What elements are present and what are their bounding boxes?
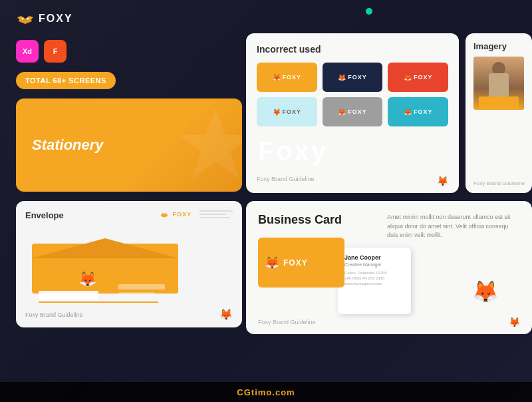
biz-address: Colins, Delaware 19259	[344, 271, 404, 275]
env-small-card	[39, 291, 98, 300]
logo-cell-red: 🦊 FOXY	[388, 63, 448, 92]
cell-fox-icon-3: 🦊	[404, 74, 412, 81]
env-label-2	[118, 292, 155, 296]
svg-point-1	[27, 18, 29, 20]
cell-label-2: FOXY	[348, 74, 367, 81]
imagery-card: Imagery Foxy Brand Guideline	[466, 33, 532, 193]
header: FOXY	[16, 12, 73, 25]
foxy-logo-icon	[16, 12, 35, 25]
xd-badge: Xd	[16, 40, 39, 63]
env-fox-icon: 🦊	[78, 271, 96, 288]
decorative-dot-teal	[366, 8, 372, 15]
envelope-footer: Foxy Brand Guideline 🦊	[25, 308, 233, 321]
business-footer: Foxy Brand Guideline 🦊	[258, 317, 520, 327]
logo-cell-dark: 🦊 FOXY	[323, 63, 383, 92]
screens-badge[interactable]: TOTAL 68+ SCREENS	[16, 72, 116, 89]
logo-cell-lightblue: 🦊 FOXY	[257, 97, 317, 126]
env-underline	[39, 302, 158, 303]
chair-bottom	[479, 97, 519, 110]
person-photo-bg	[473, 57, 524, 110]
incorrect-footer: Foxy Brand Guideline 🦊	[257, 176, 448, 186]
envelope-footer-fox-icon: 🦊	[219, 308, 233, 321]
biz-fox-decoration: 🦊	[472, 279, 499, 304]
tools-section: Xd F	[16, 40, 66, 63]
biz-card-orange-front: 🦊 FOXY	[258, 238, 344, 288]
imagery-title: Imagery	[473, 41, 524, 51]
foxy-large-title: Foxy	[258, 136, 328, 166]
envelope-footer-text: Foxy Brand Guideline	[25, 311, 83, 318]
biz-phone: +60 9803 46 253 2345	[344, 276, 404, 280]
logo-grid: 🦊 FOXY 🦊 FOXY 🦊 FOXY 🦊 FOXY 🦊 FOXY 🦊 FOX…	[257, 63, 448, 126]
business-cards-visual: 🦊 FOXY Jane Cooper Creative Manager Coli…	[258, 238, 411, 314]
incorrect-footer-text: Foxy Brand Guideline	[257, 176, 315, 186]
envelope-logo-text: FOXY	[172, 211, 192, 218]
cell-label-5: FOXY	[348, 108, 367, 115]
biz-website: www.foxyagency.com	[344, 282, 404, 286]
logo-cell-gray: 🦊 FOXY	[323, 97, 383, 126]
person-body	[489, 73, 509, 97]
cell-fox-icon-6: 🦊	[404, 108, 412, 116]
figma-badge: F	[44, 40, 66, 63]
envelope-header-logo: FOXY	[159, 210, 233, 218]
stationery-title: Stationery	[32, 136, 104, 154]
biz-person-role: Creative Manager	[344, 262, 404, 267]
biz-fox-logo: 🦊	[265, 256, 279, 270]
cell-fox-icon-2: 🦊	[338, 74, 346, 81]
cell-label-4: FOXY	[283, 108, 302, 115]
cell-fox-icon-1: 🦊	[273, 74, 281, 81]
cell-fox-icon-4: 🦊	[273, 108, 281, 116]
watermark: CGtimo.com	[0, 382, 532, 402]
cell-label-1: FOXY	[283, 74, 302, 81]
svg-marker-2	[179, 108, 242, 178]
incorrect-card[interactable]: Incorrect used 🦊 FOXY 🦊 FOXY 🦊 FOXY 🦊 FO…	[246, 33, 459, 193]
logo-cell-orange: 🦊 FOXY	[257, 63, 317, 92]
cell-label-3: FOXY	[414, 74, 433, 81]
business-footer-text: Foxy Brand Guideline	[258, 319, 316, 325]
envelope-card[interactable]: Envelope FOXY 🦊 Foxy Brand Guideline 🦊	[16, 201, 242, 327]
logo-text: FOXY	[39, 13, 73, 25]
stationery-bg-star	[176, 105, 242, 185]
imagery-photo	[473, 57, 524, 110]
imagery-footer-text: Foxy Brand Guideline	[473, 180, 525, 186]
address-line-3	[200, 217, 229, 218]
envelope-fox-icon	[159, 210, 170, 218]
business-card-desc: Amet minim mollit non deserunt ullamco e…	[387, 213, 520, 240]
envelope-visual: 🦊	[25, 227, 233, 307]
svg-point-0	[22, 18, 24, 20]
business-footer-fox-icon: 🦊	[509, 317, 520, 327]
biz-foxy-brand: FOXY	[283, 258, 308, 268]
address-line-2	[200, 214, 226, 215]
env-label-1	[118, 284, 165, 290]
biz-card-white-back: Jane Cooper Creative Manager Colins, Del…	[338, 248, 411, 314]
biz-person-name: Jane Cooper	[344, 254, 404, 261]
incorrect-title: Incorrect used	[257, 44, 448, 55]
incorrect-footer-fox-icon: 🦊	[437, 176, 448, 186]
stationery-card[interactable]: Stationery	[16, 99, 242, 192]
watermark-text: CGtimo.com	[237, 387, 295, 397]
env-flap	[32, 238, 178, 258]
envelope-address-lines	[200, 210, 233, 218]
business-card-section[interactable]: Business Card Amet minim mollit non dese…	[246, 201, 532, 334]
cell-label-6: FOXY	[414, 108, 433, 115]
address-line-1	[200, 210, 233, 212]
cell-fox-icon-5: 🦊	[338, 108, 346, 116]
logo-cell-teal: 🦊 FOXY	[388, 97, 448, 126]
